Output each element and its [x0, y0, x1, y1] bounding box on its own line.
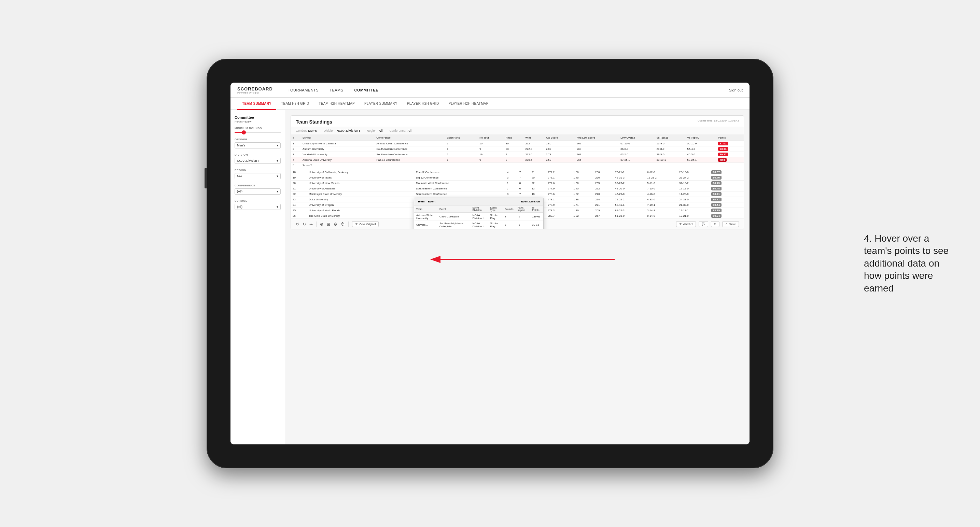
tab-team-h2h-heatmap[interactable]: TEAM H2H HEATMAP — [314, 98, 360, 110]
gender-select[interactable]: Men's ▾ — [235, 142, 281, 148]
grid-icon[interactable]: ⊞ — [327, 222, 330, 227]
settings-icon[interactable]: ⚙ — [334, 222, 337, 227]
slider-track — [235, 132, 281, 133]
conference-select[interactable]: (All) ▾ — [235, 189, 281, 195]
tablet-screen: SCOREBOARD Powered by clippi TOURNAMENTS… — [231, 83, 749, 444]
popup-col-rank-impact: Rank Impact — [515, 205, 530, 213]
list-item: Univers... Amer Ari Intercollegiate NCAA… — [414, 229, 543, 230]
points-badge: 83.07 — [711, 170, 722, 174]
sidebar-title: Committee — [235, 115, 281, 119]
watch-icon: 👁 — [679, 222, 682, 225]
tab-player-summary[interactable]: PLAYER SUMMARY — [360, 98, 402, 110]
logo-sub: Powered by clippi — [237, 92, 273, 94]
update-time: Update time: 13/03/2024 10:03:42 — [698, 119, 739, 122]
col-rnds: Rnds — [504, 135, 524, 141]
tab-team-h2h-grid[interactable]: TEAM H2H GRID — [276, 98, 314, 110]
tablet-shell: SCOREBOARD Powered by clippi TOURNAMENTS… — [207, 59, 773, 468]
nav-item-teams[interactable]: TEAMS — [325, 83, 348, 98]
col-school: School — [301, 135, 375, 141]
division-label: Division — [235, 153, 281, 156]
standings-table: # School Conference Conf Rank No Tour Rn… — [291, 135, 744, 168]
report-area: Team Standings Update time: 13/03/2024 1… — [285, 110, 749, 444]
filter-gender: Gender: Men's — [296, 129, 317, 132]
sign-out-button[interactable]: Sign out — [724, 88, 743, 92]
col-conference: Conference — [375, 135, 445, 141]
popup-col-team: Team — [414, 205, 438, 213]
sub-nav: TEAM SUMMARY TEAM H2H GRID TEAM H2H HEAT… — [231, 98, 749, 110]
share-button[interactable]: ↗ Share — [722, 221, 739, 227]
filter-division: Division: NCAA Division I — [324, 129, 360, 132]
popup-team-label: Team — [418, 200, 425, 203]
table-row[interactable]: 5 Texas T... — [291, 163, 744, 168]
popup-col-event: Event — [438, 205, 470, 213]
col-no-tour: No Tour — [478, 135, 504, 141]
undo-icon[interactable]: ↺ — [296, 222, 299, 227]
popup-col-rounds: Rounds — [503, 205, 515, 213]
report-header: Team Standings Update time: 13/03/2024 1… — [291, 116, 744, 127]
popup-table: Team Event Event Division Event Type Rou… — [414, 205, 543, 229]
filter-icon[interactable]: ⊕ — [320, 222, 323, 227]
popup-tooltip: Team Event Event Division Team Event Eve… — [414, 198, 544, 229]
popup-event-division-label: Event Division — [521, 200, 540, 203]
col-avg-low: Avg Low Score — [575, 135, 619, 141]
view-button[interactable]: 👁 View: Original — [352, 221, 379, 227]
sidebar-subtitle: Portal Review — [235, 120, 281, 123]
school-label: School — [235, 199, 281, 202]
popup-col-w-points: W Points — [530, 205, 543, 213]
watch-button[interactable]: 👁 Watch ▾ — [676, 221, 696, 227]
skip-icon[interactable]: ↠ — [309, 222, 313, 227]
table-row[interactable]: 18 University of California, Berkeley Pa… — [291, 170, 744, 175]
school-select[interactable]: (All) ▾ — [235, 204, 281, 210]
slider-thumb[interactable] — [242, 130, 246, 135]
filter-region: Region: All — [367, 129, 383, 132]
comment-button[interactable]: 💬 — [698, 221, 708, 227]
col-points: Points — [716, 135, 744, 141]
tab-player-h2h-heatmap[interactable]: PLAYER H2H HEATMAP — [444, 98, 493, 110]
division-select[interactable]: NCAA Division I ▾ — [235, 158, 281, 164]
nav-item-committee[interactable]: COMMITTEE — [350, 83, 383, 98]
table-row[interactable]: 19 University of Texas Big 12 Conference… — [291, 175, 744, 181]
col-rank: # — [291, 135, 301, 141]
min-rounds-label: Minimum Rounds — [235, 127, 281, 130]
nav-item-tournaments[interactable]: TOURNAMENTS — [283, 83, 323, 98]
logo-text: SCOREBOARD — [237, 86, 273, 92]
gender-label: Gender — [235, 138, 281, 141]
annotation-text: 4. Hover over a team's points to see add… — [864, 232, 959, 295]
points-badge: 80.70 — [711, 176, 722, 179]
table-row[interactable]: 1 University of North Carolina Atlantic … — [291, 141, 744, 146]
table-row[interactable]: 3 Vanderbilt University Southeastern Con… — [291, 152, 744, 157]
tab-player-h2h-grid[interactable]: PLAYER H2H GRID — [402, 98, 444, 110]
table-row-highlighted[interactable]: 4 Arizona State University Pac-12 Confer… — [291, 157, 744, 163]
clock-icon[interactable]: ⏱ — [341, 222, 345, 227]
top-nav: SCOREBOARD Powered by clippi TOURNAMENTS… — [231, 83, 749, 98]
region-select[interactable]: N/A ▾ — [235, 173, 281, 179]
col-wins: Wins — [523, 135, 544, 141]
redo-icon[interactable]: ↻ — [302, 222, 306, 227]
popup-header: Team Event Event Division — [414, 198, 543, 205]
conference-label: Conference — [235, 184, 281, 187]
view-icon: 👁 — [355, 222, 358, 225]
popup-body: Arizona State University Cabo Collegiate… — [414, 213, 543, 230]
sidebar: Committee Portal Review Minimum Rounds G… — [231, 110, 285, 444]
list-item: Arizona State University Cabo Collegiate… — [414, 213, 543, 221]
sidebar-section-region: Region N/A ▾ — [235, 168, 281, 179]
sidebar-section-division: Division NCAA Division I ▾ — [235, 153, 281, 164]
tab-team-summary[interactable]: TEAM SUMMARY — [237, 98, 276, 110]
table-row[interactable]: 21 University of Alabama Southeastern Co… — [291, 186, 744, 192]
logo-area: SCOREBOARD Powered by clippi — [237, 86, 273, 94]
points-badge: 80.54 — [711, 203, 722, 207]
table-row[interactable]: 22 Mississippi State University Southeas… — [291, 192, 744, 197]
table-row[interactable]: 20 University of New Mexico Mountain Wes… — [291, 181, 744, 186]
share-icon: ↗ — [725, 222, 728, 225]
filter-conference: Conference: All — [389, 129, 412, 132]
layout-button[interactable]: ⊞ — [711, 221, 719, 227]
points-badge-highlighted[interactable]: 78.5 — [718, 158, 727, 162]
points-badge: 80.49 — [711, 181, 722, 185]
popup-col-event-div: Event Division — [470, 205, 488, 213]
report-container: Team Standings Update time: 13/03/2024 1… — [291, 115, 744, 229]
separator — [316, 222, 317, 227]
min-rounds-slider[interactable] — [235, 132, 281, 133]
nav-items: TOURNAMENTS TEAMS COMMITTEE — [283, 83, 724, 98]
col-conf-rank: Conf Rank — [445, 135, 478, 141]
table-row[interactable]: 2 Auburn University Southeastern Confere… — [291, 146, 744, 152]
